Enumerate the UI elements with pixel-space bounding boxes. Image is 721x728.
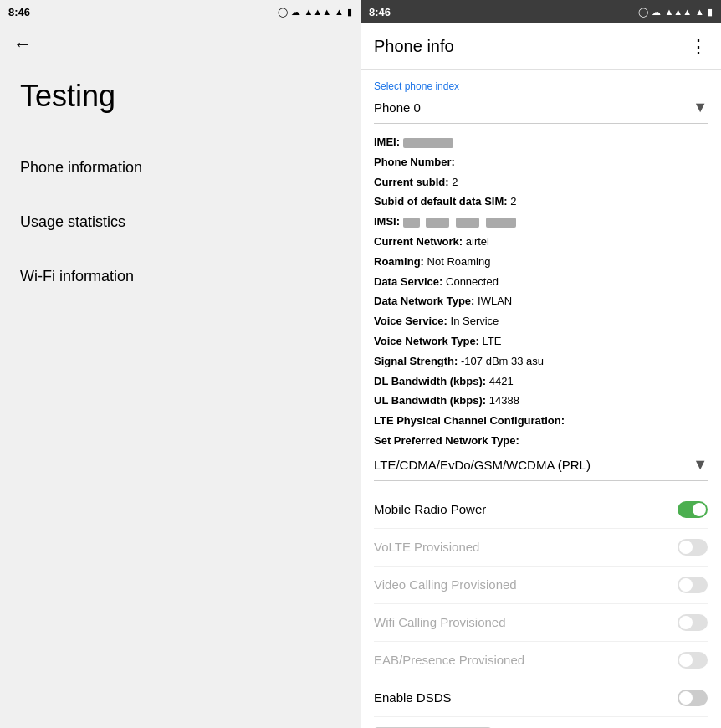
signal-strength-row: Signal Strength: -107 dBm 33 asu [374, 353, 708, 371]
preferred-network-dropdown[interactable]: LTE/CDMA/EvDo/GSM/WCDMA (PRL) ▼ [374, 453, 708, 481]
data-service-row: Data Service: Connected [374, 274, 708, 291]
current-subid-row: Current subId: 2 [374, 174, 708, 192]
toggle-row-video-calling: Video Calling Provisioned [374, 567, 708, 604]
subid-default-row: Subid of default data SIM: 2 [374, 193, 708, 211]
preferred-network-label-row: Set Preferred Network Type: [374, 433, 708, 450]
status-icons-left: ◯ ☁ ▲▲▲ ▲ ▮ [278, 7, 352, 18]
phone-index-value: Phone 0 [374, 100, 693, 115]
app-bar: Phone info ⋮ [360, 23, 721, 70]
data-network-type-row: Data Network Type: IWLAN [374, 293, 708, 310]
status-bar-left: 8:46 ◯ ☁ ▲▲▲ ▲ ▮ [0, 0, 360, 23]
enable-dsds-label: Enable DSDS [374, 690, 452, 705]
whatsapp-icon-right: ◯ [638, 7, 648, 18]
toggle-row-wifi-calling: Wifi Calling Provisioned [374, 604, 708, 642]
signal-icon: ▲▲▲ [304, 7, 331, 17]
imsi-row: IMSI: [374, 213, 708, 231]
wifi-calling-toggle[interactable] [678, 614, 708, 631]
battery-icon: ▮ [347, 7, 352, 18]
lte-physical-row: LTE Physical Channel Configuration: [374, 413, 708, 430]
menu-list: Phone information Usage statistics Wi-Fi… [0, 141, 360, 304]
imsi-blurred-2 [426, 218, 449, 228]
cloud-icon-right: ☁ [652, 7, 661, 18]
roaming-row: Roaming: Not Roaming [374, 254, 708, 271]
video-calling-toggle[interactable] [678, 577, 708, 593]
eab-presence-label: EAB/Presence Provisioned [374, 653, 524, 667]
menu-item-wifi-information[interactable]: Wi-Fi information [20, 249, 340, 304]
mobile-radio-power-toggle[interactable] [678, 501, 708, 518]
imei-blurred [403, 138, 453, 148]
app-bar-title: Phone info [374, 37, 454, 56]
more-options-icon[interactable]: ⋮ [689, 36, 708, 58]
status-bar-right: 8:46 ◯ ☁ ▲▲▲ ▲ ▮ [360, 0, 721, 23]
toggle-row-volte: VoLTE Provisioned [374, 529, 708, 567]
status-icons-right: ◯ ☁ ▲▲▲ ▲ ▮ [638, 7, 713, 18]
imsi-blurred-3 [456, 218, 479, 228]
wifi-icon: ▲ [335, 7, 344, 17]
wifi-calling-label: Wifi Calling Provisioned [374, 615, 506, 629]
preferred-network-arrow-icon: ▼ [693, 456, 708, 474]
imsi-blurred-1 [403, 218, 420, 228]
toggle-row-enable-dsds: Enable DSDS [374, 679, 708, 717]
phone-number-row: Phone Number: [374, 154, 708, 172]
dropdown-arrow-icon: ▼ [693, 99, 708, 116]
signal-bars-icon: ▲▲▲ [664, 7, 692, 17]
imsi-blurred-4 [486, 218, 516, 228]
dl-bandwidth-row: DL Bandwidth (kbps): 4421 [374, 373, 708, 391]
menu-item-usage-statistics[interactable]: Usage statistics [20, 195, 340, 249]
battery-icon-right: ▮ [708, 7, 713, 18]
time-right: 8:46 [369, 6, 391, 18]
left-panel: 8:46 ◯ ☁ ▲▲▲ ▲ ▮ ← Testing Phone informa… [0, 0, 360, 728]
wifi-icon-right: ▲ [695, 7, 704, 17]
enable-dsds-toggle[interactable] [678, 690, 708, 706]
preferred-network-value: LTE/CDMA/EvDo/GSM/WCDMA (PRL) [374, 458, 693, 472]
volte-provisioned-toggle[interactable] [678, 539, 708, 556]
imei-row: IMEI: [374, 134, 708, 151]
phone-index-label: Select phone index [374, 80, 708, 92]
time-left: 8:46 [8, 6, 30, 18]
volte-provisioned-label: VoLTE Provisioned [374, 540, 479, 554]
voice-network-type-row: Voice Network Type: LTE [374, 333, 708, 351]
whatsapp-icon: ◯ [278, 7, 288, 18]
mobile-radio-power-label: Mobile Radio Power [374, 502, 486, 516]
ul-bandwidth-row: UL Bandwidth (kbps): 14388 [374, 392, 708, 410]
page-title: Testing [0, 65, 360, 141]
menu-item-phone-information[interactable]: Phone information [20, 141, 340, 195]
phone-index-dropdown[interactable]: Phone 0 ▼ [374, 95, 708, 124]
cloud-icon: ☁ [291, 7, 300, 18]
toggle-row-eab: EAB/Presence Provisioned [374, 642, 708, 679]
video-calling-label: Video Calling Provisioned [374, 577, 517, 592]
eab-presence-toggle[interactable] [678, 652, 708, 669]
right-panel: 8:46 ◯ ☁ ▲▲▲ ▲ ▮ Phone info ⋮ Select pho… [360, 0, 721, 728]
back-arrow-icon: ← [13, 33, 32, 54]
content-area: Select phone index Phone 0 ▼ IMEI: Phone… [360, 70, 721, 728]
toggle-row-mobile-radio-power: Mobile Radio Power [374, 491, 708, 529]
voice-service-row: Voice Service: In Service [374, 313, 708, 331]
back-button[interactable]: ← [0, 23, 360, 65]
current-network-row: Current Network: airtel [374, 233, 708, 251]
